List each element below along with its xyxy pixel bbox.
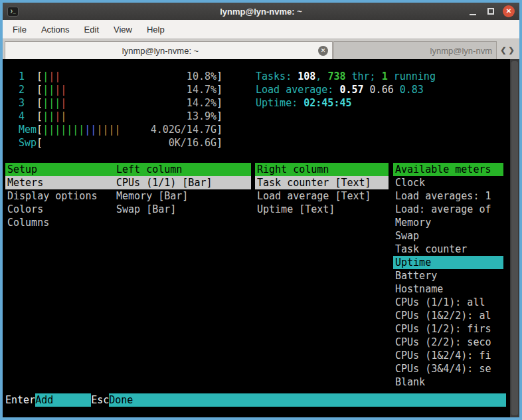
tab-active[interactable]: lynmp@lyn-nvme: ~ ✕	[5, 41, 333, 59]
function-bar: EnterAddEscDone	[5, 393, 506, 407]
panel-item[interactable]: Display options	[5, 189, 114, 203]
info-segment: 0.57	[339, 84, 369, 96]
meter-bar-segment: |	[43, 70, 48, 82]
meter-bar-field: ||||13.9%	[43, 110, 217, 123]
panel-item[interactable]: Colors	[5, 203, 114, 216]
minimize-button[interactable]	[467, 5, 479, 17]
panel-item[interactable]: CPUs (1&2/2): al	[393, 309, 503, 322]
panel-item[interactable]: CPUs (1/2): firs	[393, 322, 503, 336]
meter-bar-segment: |	[54, 110, 60, 122]
info-line: Load average: 0.57 0.66 0.83	[256, 83, 436, 96]
menu-item-file[interactable]: File	[6, 21, 33, 38]
menu-item-edit[interactable]: Edit	[78, 21, 106, 38]
meter-caption: 4	[19, 110, 37, 123]
scrollbar-thumb[interactable]	[511, 61, 518, 415]
function-key-enter[interactable]: Enter	[5, 393, 35, 407]
meter-bar-field: ||||14.2%	[43, 96, 217, 110]
function-action-add[interactable]: Add	[35, 393, 91, 407]
meters-block: 1 [|||10.8%]2 [||||14.7%]3 [||||14.2%]4 …	[7, 70, 222, 150]
meter-bar-segment: ||	[43, 84, 54, 96]
tab-inactive[interactable]: lynmp@lyn-nvm	[333, 41, 497, 59]
meter-2: 2 [||||14.7%]	[19, 83, 222, 96]
meter-bar-segment: |	[60, 110, 66, 122]
panel-item[interactable]: Load average [Text]	[255, 189, 389, 203]
header-info-block: Tasks: 108, 738 thr; 1 runningLoad avera…	[256, 70, 436, 110]
panel-item[interactable]: Hostname	[393, 282, 503, 296]
function-action-done[interactable]: Done	[109, 393, 506, 407]
meter-bar-segment: ||	[54, 84, 66, 96]
meter-value: 14.7%	[187, 83, 217, 96]
panel-header: Available meters	[393, 163, 503, 176]
tab-scroll-right-icon[interactable]: ❯	[509, 46, 515, 54]
menu-item-view[interactable]: View	[107, 21, 139, 38]
panel-item[interactable]: Task counter [Text]	[255, 176, 389, 189]
meter-bar-field: 0K/16.6G	[43, 136, 217, 150]
meter-bar-field: |||10.8%	[43, 70, 217, 83]
close-button[interactable]: ✕	[503, 5, 515, 17]
panel-item[interactable]: Load: average of	[393, 203, 503, 216]
panel-item[interactable]: CPUs (2/2): seco	[393, 336, 503, 349]
meter-bar-segment: ||	[48, 70, 60, 82]
titlebar[interactable]: ❯_ lynmp@lyn-nvme: ~ ✕	[3, 3, 519, 20]
maximize-button[interactable]	[485, 5, 497, 17]
panel-header: Left column	[114, 163, 251, 176]
tab-scroll-left-icon[interactable]: ❮	[500, 46, 506, 54]
meter-bracket: [	[37, 70, 43, 83]
panel-item[interactable]: CPUs (3&4/4): se	[393, 362, 503, 375]
panel-item[interactable]: Load averages: 1	[393, 189, 503, 203]
close-icon: ✕	[506, 8, 511, 15]
meter-value: 14.2%	[187, 96, 217, 110]
panel-item[interactable]: Blank	[393, 375, 503, 389]
meter-bar-segment: |||||||	[43, 124, 84, 136]
panel-item[interactable]: CPUs (1/1) [Bar]	[114, 176, 251, 189]
panel-item[interactable]: Swap	[393, 229, 503, 243]
panel-header: Setup	[5, 163, 114, 176]
info-segment: Load average:	[256, 84, 339, 96]
info-segment: Tasks:	[256, 70, 298, 82]
info-line: Uptime: 02:45:45	[256, 96, 436, 110]
meter-bracket: ]	[217, 110, 222, 123]
panel-item[interactable]: Uptime [Text]	[255, 203, 389, 216]
panel-item[interactable]: Memory	[393, 216, 503, 229]
panel-item[interactable]: Task counter	[393, 243, 503, 256]
meter-caption: Mem	[19, 123, 37, 136]
meter-mem: Mem[|||||||||||||4.02G/14.7G]	[19, 123, 222, 136]
meter-bar: ||||	[43, 83, 66, 96]
maximize-icon	[487, 8, 494, 15]
meter-bracket: ]	[217, 70, 222, 83]
info-segment: ,	[315, 70, 327, 82]
meter-bar-segment: ||	[43, 110, 54, 122]
panel-right-column: Right columnTask counter [Text]Load aver…	[255, 163, 389, 216]
panel-item[interactable]: Meters	[5, 176, 114, 189]
meter-caption: 2	[19, 83, 37, 96]
meter-caption: 3	[19, 96, 37, 110]
menu-item-actions[interactable]: Actions	[35, 21, 76, 38]
meter-value: 13.9%	[187, 110, 217, 123]
menu-item-help[interactable]: Help	[140, 21, 171, 38]
meter-bar: |||	[43, 70, 60, 83]
panel-item[interactable]: Swap [Bar]	[114, 203, 251, 216]
meter-bar-segment: |||	[43, 97, 60, 109]
panel-left-column: Left columnCPUs (1/1) [Bar]Memory [Bar]S…	[114, 163, 251, 216]
minimize-icon	[470, 14, 476, 15]
terminal-scrollbar[interactable]	[510, 59, 519, 417]
info-segment: 02:45:45	[304, 97, 351, 109]
meter-bar: |||||||||||||	[43, 123, 120, 136]
panel-item[interactable]: Memory [Bar]	[114, 189, 251, 203]
tab-close-icon[interactable]: ✕	[318, 46, 328, 56]
panel-item[interactable]: CPUs (1&2/4): fi	[393, 349, 503, 362]
info-line: Tasks: 108, 738 thr; 1 running	[256, 70, 436, 83]
menu-bar: FileActionsEditViewHelp	[3, 20, 519, 39]
meter-bracket: ]	[217, 136, 222, 150]
meter-bracket: [	[37, 123, 43, 136]
panel-item[interactable]: Uptime	[393, 256, 503, 269]
panel-item[interactable]: Battery	[393, 269, 503, 282]
function-key-esc[interactable]: Esc	[91, 393, 109, 407]
panel-item[interactable]: Columns	[5, 216, 114, 229]
info-segment: 0.66	[370, 84, 400, 96]
panel-item[interactable]: CPUs (1/1): all	[393, 296, 503, 309]
terminal[interactable]: 1 [|||10.8%]2 [||||14.7%]3 [||||14.2%]4 …	[3, 59, 519, 417]
panel-item[interactable]: Clock	[393, 176, 503, 189]
terminal-app-icon: ❯_	[7, 7, 19, 17]
meter-bar-segment: |	[60, 97, 66, 109]
